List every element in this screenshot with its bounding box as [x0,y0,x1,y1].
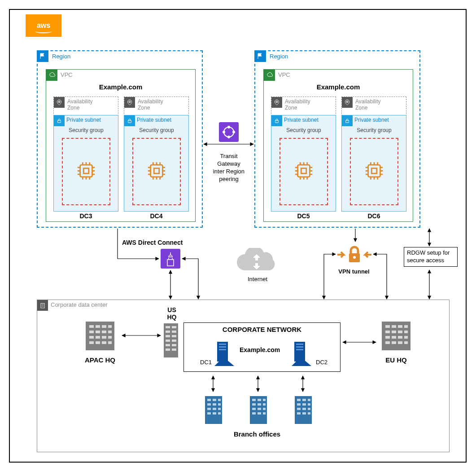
transit-gateway-icon [219,122,239,142]
compute-icon [293,161,314,183]
lock-icon [342,115,353,126]
svg-rect-143 [213,408,216,410]
region-left: Region VPC Example.com Availability Zone… [37,50,203,228]
svg-rect-131 [385,341,390,344]
svg-rect-138 [218,399,221,401]
region-label: Region [52,53,70,60]
svg-rect-170 [308,408,310,410]
sg-label: Security group [133,127,180,133]
rdgw-text: RDGW setup for secure access [407,249,450,264]
svg-rect-51 [371,168,377,174]
svg-rect-86 [108,331,112,333]
eu-hq-icon [378,318,414,355]
server-dc1-icon [214,341,234,367]
svg-rect-121 [398,325,402,328]
branch-icon [248,394,269,427]
svg-rect-122 [404,325,408,328]
az-icon [342,97,353,108]
svg-rect-119 [385,325,390,328]
svg-rect-89 [102,336,106,339]
svg-rect-130 [404,336,408,339]
svg-rect-101 [172,335,176,337]
svg-rect-97 [172,326,176,328]
svg-rect-2 [80,165,92,177]
svg-rect-123 [385,331,390,333]
us-hq-icon [163,322,179,360]
svg-rect-124 [392,331,396,333]
svg-rect-160 [263,412,266,415]
svg-point-0 [58,101,60,103]
svg-rect-84 [96,331,100,333]
az-label: Availability Zone [355,98,391,111]
svg-rect-173 [308,412,310,415]
building-icon [37,300,48,311]
rdgw-note: RDGW setup for secure access [404,247,458,267]
svg-rect-100 [166,335,170,337]
svg-point-68 [232,131,235,133]
sg-label: Security group [63,127,109,133]
direct-connect-icon [161,249,180,269]
svg-rect-104 [166,344,170,346]
domain-title: Example.com [264,83,413,91]
svg-rect-106 [166,348,170,351]
svg-rect-80 [96,325,100,328]
svg-rect-167 [308,403,310,406]
svg-rect-3 [83,168,89,174]
vpc-icon [263,69,275,81]
az-label: Availability Zone [285,98,321,111]
svg-rect-156 [258,408,261,410]
lock-icon [271,115,282,126]
svg-rect-115 [296,346,303,348]
svg-rect-111 [219,349,226,350]
svg-rect-105 [172,344,176,346]
aws-logo: aws [26,14,61,37]
svg-rect-109 [219,344,226,345]
apac-label: APAC HQ [82,356,118,364]
svg-rect-1 [58,121,61,123]
dc-label: DC6 [341,212,406,220]
svg-rect-74 [41,303,44,308]
compute-icon [364,161,384,183]
corporate-network: CORPORATE NETWORK DC1 Example.com DC2 [183,322,341,372]
svg-rect-49 [346,121,349,123]
branch-icon [203,394,224,427]
svg-rect-153 [258,403,261,406]
svg-rect-116 [296,349,303,350]
security-group: Security group [62,138,110,205]
subnet-label: Private subnet [284,117,319,123]
vpc-left: VPC Example.com Availability Zone Privat… [46,69,196,222]
svg-rect-82 [108,325,112,328]
region-right: Region VPC Example.com Availability Zone… [254,50,420,228]
svg-rect-157 [263,408,266,410]
az-icon [271,97,282,108]
svg-point-48 [346,101,348,103]
server-dc2-icon [292,341,311,367]
svg-rect-96 [166,326,170,328]
internet-label: Internet [240,276,275,282]
svg-rect-146 [213,412,216,415]
vpc-icon [46,69,57,81]
svg-rect-98 [166,331,170,333]
svg-rect-88 [96,336,100,339]
dc-label: DC5 [271,212,336,220]
az-label: Availability Zone [67,98,103,111]
svg-rect-136 [207,399,211,401]
az-icon [124,97,135,108]
az-dc4: Availability Zone Private subnet Securit… [124,97,189,211]
corpnet-title: CORPORATE NETWORK [184,326,340,333]
svg-rect-151 [263,399,266,401]
private-subnet: Private subnet Security group [53,115,118,212]
corpnet-domain: Example.com [240,346,280,353]
svg-rect-50 [368,165,380,177]
dc-label: DC3 [53,212,118,220]
az-label: Availability Zone [138,98,174,111]
svg-point-73 [353,256,356,259]
private-subnet: Private subnet Security group [341,115,406,212]
svg-rect-35 [301,168,306,174]
svg-rect-162 [297,399,301,401]
svg-rect-34 [298,165,310,177]
az-dc3: Availability Zone Private subnet Securit… [53,97,118,211]
svg-rect-132 [392,341,396,344]
aws-text: aws [37,22,50,30]
dc1-label: DC1 [200,359,212,366]
